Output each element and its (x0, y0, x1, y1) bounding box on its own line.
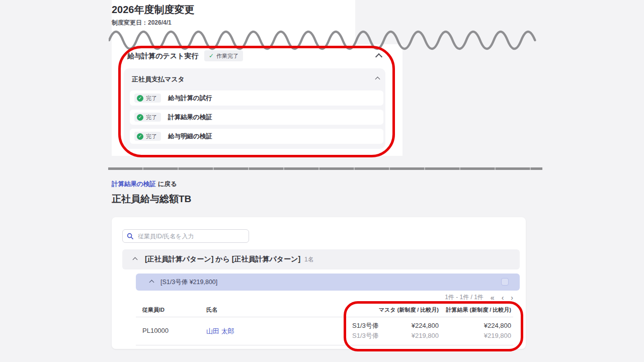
done-label: 完了 (146, 95, 157, 102)
task-label: 給与計算の試行 (168, 94, 212, 103)
pattern-group-header[interactable]: [正社員計算パターン] から [正社員計算パターン] 1名 (122, 249, 520, 269)
done-badge: ✓ 完了 (134, 113, 161, 122)
done-badge: ✓ 完了 (134, 94, 161, 103)
work-complete-label: 作業完了 (216, 52, 238, 60)
master-cmp-amount: ¥219,800 (412, 331, 439, 341)
employee-id-cell: PL10000 (142, 327, 169, 334)
task-label: 計算結果の検証 (168, 113, 212, 122)
done-label: 完了 (146, 114, 157, 121)
test-section-title: 給与計算のテスト実行 (127, 52, 198, 61)
task-item-payroll-trial[interactable]: ✓ 完了 給与計算の試行 (130, 90, 383, 106)
chevron-up-icon (133, 257, 138, 262)
pagination: 1件 - 1件 / 1件 « ‹ › (362, 293, 513, 302)
table-row: PL10000 山田 太郎 S1/3号俸 ¥224,800 S1/3号俸 ¥21… (136, 317, 513, 345)
grade-subgroup-title: [S1/3号俸 ¥219,800] (160, 278, 217, 287)
employee-search-field[interactable] (122, 229, 249, 243)
column-header-result: 計算結果 (新制度 / 比較月) (446, 306, 511, 314)
pattern-group-count: 1名 (304, 255, 314, 264)
done-label: 完了 (146, 133, 157, 140)
result-cell: ¥224,800 ¥219,800 (441, 321, 511, 341)
pagination-label: 1件 - 1件 / 1件 (445, 293, 484, 302)
check-circle-icon: ✓ (137, 114, 143, 121)
column-header-master: マスタ (新制度 / 比較月) (379, 306, 439, 314)
table-header-row: 従業員ID 氏名 マスタ (新制度 / 比較月) 計算結果 (新制度 / 比較月… (136, 304, 513, 317)
column-header-name: 氏名 (206, 306, 217, 314)
task-label: 給与明細の検証 (168, 132, 212, 141)
check-circle-icon: ✓ (137, 133, 143, 140)
search-icon (127, 233, 133, 239)
chevron-up-icon (149, 280, 154, 285)
master-subsection-title: 正社員支払マスタ (132, 75, 185, 84)
column-header-employee-id: 従業員ID (142, 306, 165, 314)
task-item-payslip-verification[interactable]: ✓ 完了 給与明細の検証 (130, 129, 383, 144)
next-page-button[interactable]: › (511, 294, 513, 301)
page-heading-salary-total: 正社員給与総額TB (112, 193, 191, 206)
back-link[interactable]: 計算結果の検証 (112, 180, 156, 188)
page-title: 2026年度制度変更 (112, 3, 195, 17)
master-new-amount: ¥224,800 (412, 321, 439, 331)
task-item-result-verification[interactable]: ✓ 完了 計算結果の検証 (130, 110, 383, 125)
work-complete-badge: ✓ 作業完了 (204, 50, 243, 61)
master-cell: S1/3号俸 ¥224,800 S1/3号俸 ¥219,800 (352, 321, 439, 341)
result-cmp-amount: ¥219,800 (441, 331, 511, 341)
select-all-checkbox[interactable] (501, 278, 509, 286)
check-circle-icon: ✓ (137, 95, 143, 102)
done-badge: ✓ 完了 (134, 132, 161, 141)
torn-content-wave (109, 22, 548, 50)
pattern-group-title: [正社員計算パターン] から [正社員計算パターン] (145, 255, 300, 264)
check-icon: ✓ (209, 52, 214, 59)
back-link-suffix: に戻る (158, 180, 177, 188)
first-page-button[interactable]: « (491, 294, 495, 301)
search-input[interactable] (137, 232, 245, 240)
employee-name-link[interactable]: 山田 太郎 (206, 327, 234, 336)
breadcrumb: 計算結果の検証に戻る (112, 180, 177, 189)
master-cmp-grade: S1/3号俸 (352, 331, 379, 341)
section-divider (108, 167, 542, 170)
result-new-amount: ¥224,800 (441, 321, 511, 331)
prev-page-button[interactable]: ‹ (502, 294, 504, 301)
grade-subgroup-header[interactable]: [S1/3号俸 ¥219,800] (136, 274, 520, 291)
master-new-grade: S1/3号俸 (352, 321, 379, 331)
